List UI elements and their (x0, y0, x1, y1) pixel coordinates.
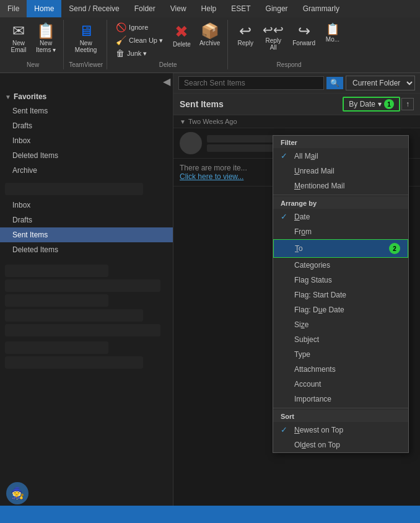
sidebar-item-drafts-fav[interactable]: Drafts (0, 118, 173, 133)
forward-icon: ↪ (298, 24, 310, 38)
arrange-importance-label: Importance (294, 395, 401, 403)
new-items-label: NewItems ▾ (36, 40, 56, 53)
ribbon-tv-label: TeamViewer (69, 61, 103, 69)
new-email-label: NewEmail (11, 40, 26, 53)
reply-button[interactable]: ↩ Reply (233, 21, 258, 49)
filter-all-mail[interactable]: ✓ All Mail (273, 148, 408, 164)
sidebar-item-archive-fav[interactable]: Archive (0, 163, 173, 178)
blurred-row-3 (5, 279, 160, 292)
new-email-button[interactable]: ✉ NewEmail (6, 21, 31, 56)
ribbon: ✉ NewEmail 📋 NewItems ▾ New 🖥 NewMeeting… (0, 17, 420, 73)
menu-grammarly[interactable]: Grammarly (295, 0, 347, 17)
delete-small-buttons: 🚫 Ignore 🧹 Clean Up ▾ 🗑 Junk ▾ (112, 21, 167, 59)
arrange-attachments[interactable]: Attachments (273, 362, 408, 377)
arrange-account[interactable]: Account (273, 377, 408, 392)
search-button[interactable]: 🔍 (326, 77, 343, 89)
folder-dropdown[interactable]: Current Folder (346, 76, 415, 90)
filter-mentioned-mail[interactable]: Mentioned Mail (273, 178, 408, 193)
search-input[interactable] (178, 76, 324, 90)
sidebar-item-sent[interactable]: Sent Items (0, 227, 173, 242)
arrange-importance[interactable]: Importance (273, 392, 408, 407)
dropdown-divider-1 (273, 195, 408, 195)
arrange-size[interactable]: Size (273, 317, 408, 332)
check-date-icon: ✓ (281, 212, 289, 221)
filter-mentioned-label: Mentioned Mail (294, 182, 401, 190)
sort-chevron-icon: ▾ (378, 100, 382, 108)
cleanup-button[interactable]: 🧹 Clean Up ▾ (112, 34, 167, 46)
menu-view[interactable]: View (163, 0, 194, 17)
sidebar-item-deleted-fav[interactable]: Deleted Items (0, 148, 173, 163)
archive-button[interactable]: 📦 Archive (196, 21, 224, 49)
menu-folder[interactable]: Folder (127, 0, 163, 17)
sidebar-item-sent-items-fav[interactable]: Sent Items (0, 103, 173, 118)
sort-by-date-button[interactable]: By Date ▾ 1 (343, 97, 400, 112)
menu-ginger[interactable]: Ginger (258, 0, 295, 17)
ribbon-respond-buttons: ↩ Reply ↩↩ ReplyAll ↪ Forward 📋 Mo... (233, 21, 345, 61)
sidebar-item-drafts[interactable]: Drafts (0, 213, 173, 227)
arrange-flag-due-label: Flag: Due Date (294, 305, 401, 314)
junk-label: Junk ▾ (127, 50, 147, 58)
reply-all-icon: ↩↩ (263, 24, 284, 36)
delete-icon: ✖ (175, 24, 188, 40)
new-meeting-button[interactable]: 🖥 NewMeeting (71, 21, 101, 56)
reply-all-button[interactable]: ↩↩ ReplyAll (259, 21, 287, 53)
menu-eset[interactable]: ESET (224, 0, 258, 17)
arrange-date[interactable]: ✓ Date (273, 209, 408, 224)
ignore-button[interactable]: 🚫 Ignore (112, 21, 167, 33)
menu-file[interactable]: File (0, 0, 27, 17)
reply-all-label: ReplyAll (265, 37, 281, 51)
more-respond-button[interactable]: 📋 Mo... (320, 21, 345, 45)
delete-button[interactable]: ✖ Delete (169, 21, 195, 50)
favorites-header[interactable]: ▼ Favorites (0, 90, 173, 103)
arrange-flag-start-label: Flag: Start Date (294, 291, 401, 299)
sort-ascending-button[interactable]: ↑ (401, 98, 414, 110)
check-newest-icon: ✓ (281, 425, 289, 434)
check-all-mail-icon: ✓ (281, 151, 289, 160)
delete-label: Delete (173, 41, 191, 48)
menu-help[interactable]: Help (194, 0, 224, 17)
blurred-row-7 (5, 341, 108, 354)
arrange-flag-start[interactable]: Flag: Start Date (273, 288, 408, 302)
sidebar: ◀ ▼ Favorites Sent Items Drafts Inbox De… (0, 73, 173, 506)
ribbon-respond-label: Respond (277, 61, 302, 69)
arrange-flag-due[interactable]: Flag: Due Date (273, 302, 408, 317)
more-items-text: There are more ite... (180, 164, 247, 172)
date-group-header: ▼ Two Weeks Ago (173, 115, 420, 128)
arrange-to[interactable]: To 2 (273, 239, 408, 258)
forward-button[interactable]: ↪ Forward (289, 21, 319, 49)
cleanup-label: Clean Up ▾ (129, 37, 163, 45)
favorites-label: Favorites (14, 92, 46, 101)
arrange-account-label: Account (294, 380, 401, 389)
sidebar-item-inbox[interactable]: Inbox (0, 198, 173, 213)
new-email-icon: ✉ (12, 24, 25, 38)
sort-oldest[interactable]: Oldest on Top (273, 437, 408, 452)
arrange-categories[interactable]: Categories (273, 258, 408, 273)
sidebar-item-inbox-fav[interactable]: Inbox (0, 133, 173, 148)
menu-home[interactable]: Home (27, 0, 61, 17)
filter-unread-label: Unread Mail (294, 167, 401, 175)
bottom-logo: 🧙 (6, 482, 28, 504)
sort-newest[interactable]: ✓ Newest on Top (273, 422, 408, 437)
delete-big-buttons: ✖ Delete 📦 Archive (169, 21, 224, 50)
arrange-flag-status-label: Flag Status (294, 276, 401, 284)
menu-send-receive[interactable]: Send / Receive (61, 0, 126, 17)
ribbon-group-respond: ↩ Reply ↩↩ ReplyAll ↪ Forward 📋 Mo... Re… (229, 20, 349, 69)
date-group-label: Two Weeks Ago (188, 118, 237, 125)
arrange-type[interactable]: Type (273, 347, 408, 362)
more-respond-label: Mo... (326, 36, 339, 43)
reply-icon: ↩ (239, 24, 252, 38)
new-items-button[interactable]: 📋 NewItems ▾ (32, 21, 59, 56)
sort-section-header: Sort (273, 410, 408, 422)
cleanup-icon: 🧹 (116, 35, 126, 45)
filter-all-mail-label: All Mail (294, 152, 401, 160)
sidebar-collapse-button[interactable]: ◀ (163, 76, 170, 87)
junk-button[interactable]: 🗑 Junk ▾ (112, 47, 167, 59)
arrange-flag-status[interactable]: Flag Status (273, 273, 408, 288)
click-here-link[interactable]: Click here to view... (180, 172, 243, 181)
ribbon-group-new: ✉ NewEmail 📋 NewItems ▾ New (2, 20, 64, 69)
filter-unread-mail[interactable]: Unread Mail (273, 164, 408, 178)
arrange-subject[interactable]: Subject (273, 332, 408, 347)
ribbon-group-teamviewer: 🖥 NewMeeting TeamViewer (65, 20, 107, 69)
sidebar-item-deleted[interactable]: Deleted Items (0, 242, 173, 257)
arrange-from[interactable]: From (273, 224, 408, 239)
